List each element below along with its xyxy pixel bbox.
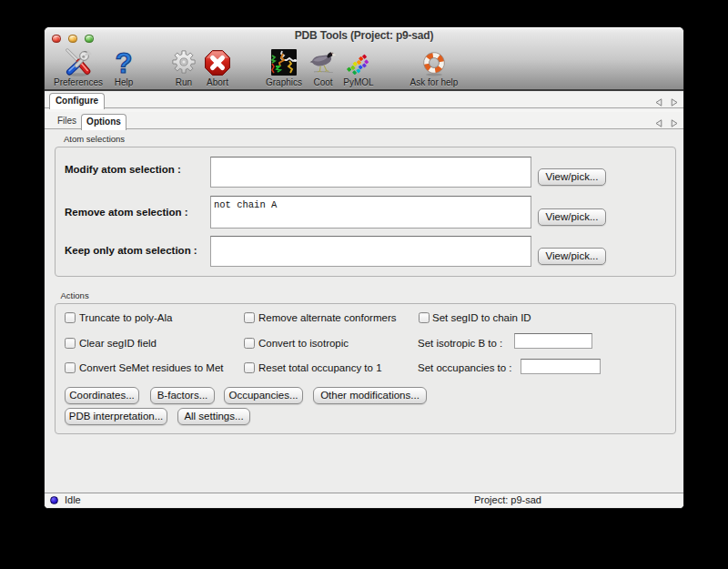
svg-text:?: ? (116, 48, 133, 77)
